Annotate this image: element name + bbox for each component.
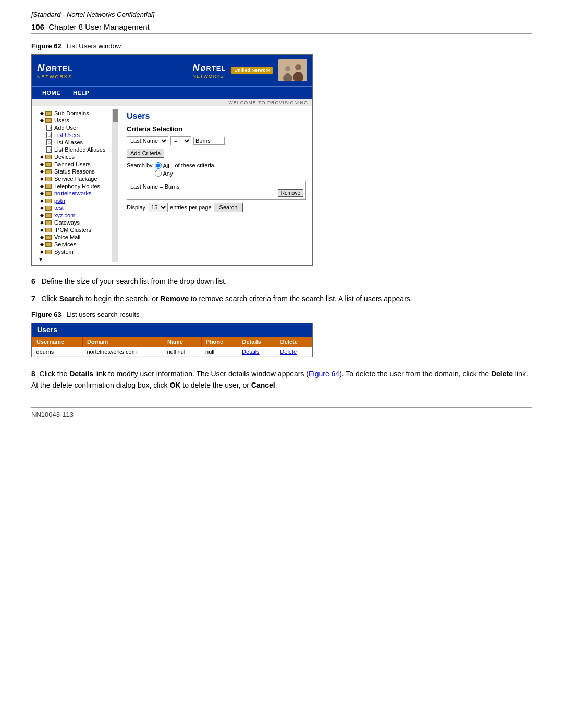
cell-domain: nortelnetworks.com — [83, 347, 163, 357]
nav-home[interactable]: HOME — [36, 88, 67, 98]
sidebar-link-nortelnetworks[interactable]: nortelnetworks — [54, 190, 92, 196]
figure62-title: List Users window — [66, 42, 121, 50]
criteria-field-select[interactable]: Last Name First Name Username Domain — [127, 136, 168, 145]
remove-button[interactable]: Remove — [278, 189, 303, 197]
results-header-row: Username Domain Name Phone Details Delet… — [32, 337, 312, 347]
step7: 7 Click Search to begin the search, or R… — [31, 293, 532, 304]
step8-details: Details — [69, 369, 93, 378]
entries-per-page-label: entries per page — [170, 204, 212, 211]
search-button[interactable]: Search — [214, 203, 243, 212]
sidebar-item-listblended[interactable]: □ List Blended Aliases — [34, 146, 112, 153]
folder-icon-9 — [45, 199, 52, 203]
add-criteria-button[interactable]: Add Criteria — [127, 149, 164, 158]
doc-icon: □ — [46, 125, 52, 131]
chapter-header: 106 Chapter 8 User Management — [31, 22, 532, 34]
col-username: Username — [32, 337, 83, 347]
arrow-icon-11: ◆ — [40, 213, 44, 218]
sidebar-item-gateways[interactable]: ◆ Gateways — [34, 219, 112, 226]
sidebar-item-services[interactable]: ◆ Services — [34, 241, 112, 248]
sidebar-item-users[interactable]: ◆ Users — [34, 117, 112, 124]
folder-icon-12 — [45, 220, 52, 225]
sidebar-item-listusers[interactable]: □ List Users — [34, 131, 112, 139]
sidebar-item-listaliases[interactable]: □ List Aliases — [34, 139, 112, 146]
step7-number: 7 — [31, 294, 35, 303]
details-link[interactable]: Details — [242, 349, 260, 355]
sidebar-label-adduser: Add User — [54, 125, 78, 131]
cell-username: dburns — [32, 347, 83, 357]
sidebar-label-gateways: Gateways — [54, 219, 80, 226]
arrow-icon-10: ◆ — [40, 205, 44, 211]
display-row: Display 5 10 15 20 25 50 entries per pag… — [127, 203, 306, 212]
logo-right-area: N ØRTEL NETWORKS Unified Network — [192, 59, 307, 81]
sidebar-item-pstn[interactable]: ◆ pstn — [34, 197, 112, 204]
folder-icon-5 — [45, 169, 52, 174]
col-domain: Domain — [83, 337, 163, 347]
criteria-operator-select[interactable]: = != contains — [170, 136, 191, 145]
sidebar-label-devices: Devices — [54, 154, 75, 160]
figure63-title: List users search results — [66, 311, 139, 318]
criteria-value-input[interactable] — [193, 137, 225, 145]
header-image — [278, 59, 307, 81]
search-by-container: Search by All Any of these criteria. — [127, 162, 306, 177]
col-delete: Delete — [276, 337, 312, 347]
nav-help[interactable]: HELP — [67, 88, 95, 98]
col-details: Details — [238, 337, 276, 347]
sidebar-item-voicemail[interactable]: ◆ Voice Mail — [34, 233, 112, 241]
step6-text: Define the size of your search list from… — [41, 277, 227, 286]
sidebar-label-statusreasons: Status Reasons — [54, 168, 95, 175]
radio-any[interactable] — [155, 170, 162, 177]
radio-all[interactable] — [155, 162, 162, 169]
cell-delete[interactable]: Delete — [276, 347, 312, 357]
col-name: Name — [163, 337, 201, 347]
sidebar-label-subdomains: Sub-Domains — [54, 110, 89, 116]
folder-icon-6 — [45, 177, 52, 181]
sidebar-item-telephonyroutes[interactable]: ◆ Telephony Routes — [34, 182, 112, 190]
sidebar-item-devices[interactable]: ◆ Devices — [34, 153, 112, 161]
doc-icon-2: □ — [46, 132, 52, 138]
sidebar-item-system[interactable]: ◆ System — [34, 248, 112, 255]
delete-link[interactable]: Delete — [280, 349, 297, 355]
sidebar-link-xyzcom[interactable]: xyz.com — [54, 212, 75, 218]
step7-remove: Remove — [161, 294, 189, 303]
display-label: Display — [127, 204, 145, 211]
table-row: dburns nortelnetworks.com null null null… — [32, 347, 312, 357]
sidebar-link-pstn[interactable]: pstn — [54, 198, 65, 204]
page-container: [Standard - Nortel Networks Confidential… — [0, 0, 563, 429]
sidebar-item-servicepackage[interactable]: ◆ Service Package — [34, 175, 112, 182]
sidebar-item-xyzcom[interactable]: ◆ xyz.com — [34, 212, 112, 219]
sidebar-label-telephonyroutes: Telephony Routes — [54, 183, 100, 189]
sidebar-item-statusreasons[interactable]: ◆ Status Reasons — [34, 168, 112, 175]
arrow-icon-14: ◆ — [40, 235, 44, 240]
person-icon — [278, 59, 307, 81]
entries-select[interactable]: 5 10 15 20 25 50 — [148, 203, 168, 212]
scrollbar-thumb[interactable] — [113, 109, 118, 122]
step8-delete: Delete — [491, 369, 513, 378]
logo-left-sub: NETWORKS — [37, 74, 72, 79]
sidebar-link-test[interactable]: test — [54, 205, 64, 211]
arrow-icon-2: ◆ — [40, 118, 44, 123]
sidebar-item-subdomains[interactable]: ◆ Sub-Domains — [34, 109, 112, 117]
sidebar-item-test[interactable]: ◆ test — [34, 204, 112, 212]
cell-details[interactable]: Details — [238, 347, 276, 357]
sidebar-label-voicemail: Voice Mail — [54, 234, 80, 240]
sidebar-item-nortelnetworks[interactable]: ◆ nortelnetworks — [34, 190, 112, 197]
figure62-number: Figure 62 — [31, 42, 62, 50]
figure63-number: Figure 63 — [31, 311, 62, 318]
search-by-section: Search by All Any of these criteria. — [127, 162, 306, 177]
logo-left-ortel: ØRTEL — [45, 65, 72, 73]
sidebar-item-ipcm[interactable]: ◆ IPCM Clusters — [34, 226, 112, 233]
sidebar-scrollbar[interactable] — [112, 109, 118, 262]
step8-ok: OK — [169, 381, 180, 389]
sidebar-link-listusers[interactable]: List Users — [54, 132, 80, 138]
radio-any-row: Any — [155, 170, 173, 177]
arrow-icon-12: ◆ — [40, 220, 44, 225]
sidebar-item-bannedusers[interactable]: ◆ Banned Users — [34, 161, 112, 168]
step8-figref[interactable]: Figure 64 — [309, 369, 339, 378]
criteria-row: Last Name First Name Username Domain = !… — [127, 136, 306, 145]
unified-badge: Unified Network — [231, 67, 273, 74]
criteria-section-title: Criteria Selection — [127, 125, 306, 133]
step6-number: 6 — [31, 277, 35, 286]
step8-number: 8 — [31, 369, 35, 378]
sidebar-item-adduser[interactable]: □ Add User — [34, 124, 112, 131]
logo-right-n: N — [192, 63, 199, 73]
